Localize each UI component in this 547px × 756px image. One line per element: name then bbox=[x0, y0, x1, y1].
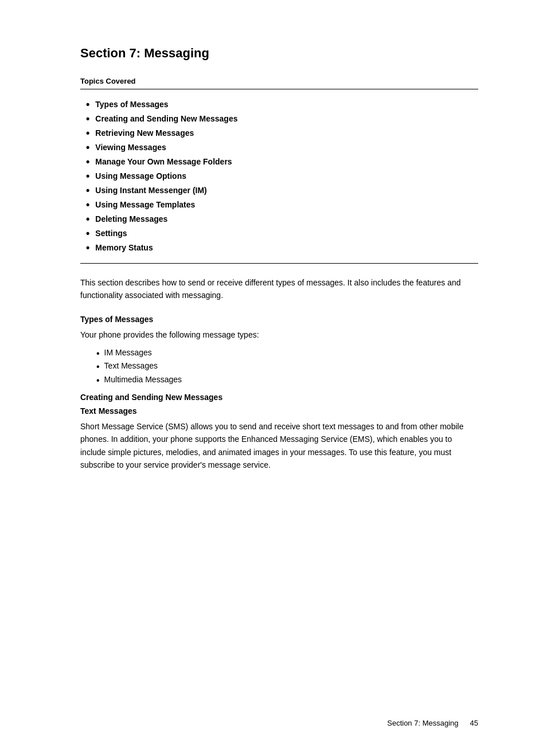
creating-section: Creating and Sending New Messages bbox=[80, 393, 478, 402]
list-item: Multimedia Messages bbox=[96, 375, 478, 386]
text-messages-heading: Text Messages bbox=[80, 406, 478, 416]
topics-list: Types of Messages Creating and Sending N… bbox=[80, 100, 478, 253]
topics-covered-label: Topics Covered bbox=[80, 77, 478, 85]
top-divider bbox=[80, 89, 478, 89]
list-item: Retrieving New Messages bbox=[86, 128, 478, 138]
list-item: Settings bbox=[86, 229, 478, 238]
page-container: Section 7: Messaging Topics Covered Type… bbox=[0, 0, 547, 756]
list-item: IM Messages bbox=[96, 348, 478, 359]
message-types-list: IM Messages Text Messages Multimedia Mes… bbox=[80, 348, 478, 386]
bottom-divider bbox=[80, 263, 478, 264]
sms-body-text: Short Message Service (SMS) allows you t… bbox=[80, 420, 478, 472]
footer: Section 7: Messaging 45 bbox=[387, 719, 478, 727]
types-of-messages-body: Your phone provides the following messag… bbox=[80, 328, 478, 341]
section-title: Section 7: Messaging bbox=[80, 46, 478, 61]
intro-text: This section describes how to send or re… bbox=[80, 276, 478, 302]
list-item: Using Message Options bbox=[86, 171, 478, 181]
list-item: Using Instant Messenger (IM) bbox=[86, 186, 478, 195]
types-of-messages-heading: Types of Messages bbox=[80, 315, 478, 324]
footer-label: Section 7: Messaging bbox=[387, 719, 458, 727]
list-item: Manage Your Own Message Folders bbox=[86, 157, 478, 167]
list-item: Deleting Messages bbox=[86, 214, 478, 224]
list-item: Types of Messages bbox=[86, 100, 478, 109]
list-item: Text Messages bbox=[96, 361, 478, 372]
page-number: 45 bbox=[470, 719, 478, 727]
types-of-messages-section: Types of Messages Your phone provides th… bbox=[80, 315, 478, 386]
list-item: Viewing Messages bbox=[86, 143, 478, 152]
creating-heading: Creating and Sending New Messages bbox=[80, 393, 478, 402]
list-item: Creating and Sending New Messages bbox=[86, 114, 478, 124]
list-item: Memory Status bbox=[86, 243, 478, 253]
text-messages-section: Text Messages Short Message Service (SMS… bbox=[80, 406, 478, 472]
list-item: Using Message Templates bbox=[86, 200, 478, 210]
